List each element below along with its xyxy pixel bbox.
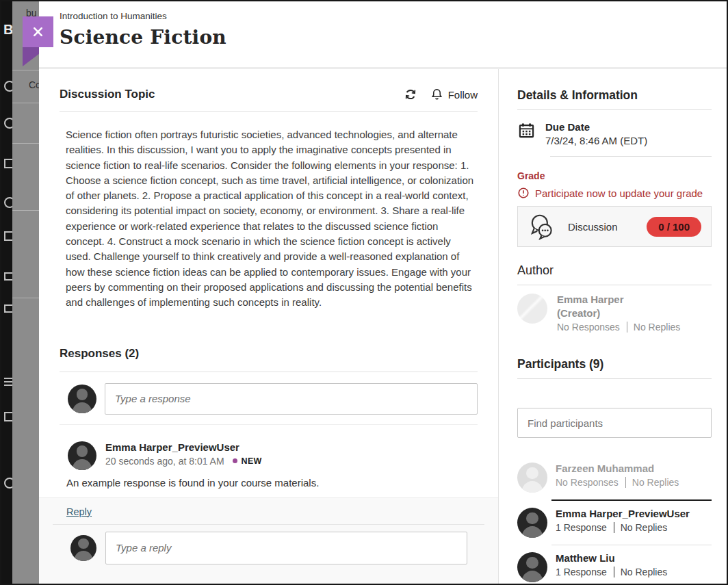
- due-date-label: Due Date: [545, 121, 647, 133]
- response-body: An example response is found in your cou…: [66, 477, 478, 489]
- participant-row[interactable]: Matthew Liu 1 Response No Replies: [517, 545, 712, 584]
- author-role: (Creator): [557, 307, 680, 319]
- tools-icon: [4, 412, 12, 421]
- participant-row[interactable]: Emma Harper_PreviewUser 1 Response No Re…: [517, 501, 712, 545]
- response-footer: Reply: [39, 497, 498, 584]
- response-input[interactable]: [105, 383, 478, 415]
- participant-replies-stat: No Replies: [621, 567, 667, 577]
- participant-responses-stat: No Responses: [556, 477, 619, 488]
- due-date-row: Due Date 7/3/24, 8:46 AM (EDT): [517, 121, 712, 146]
- divider: [550, 156, 712, 157]
- author-name: Emma Harper: [557, 294, 680, 305]
- participant-name: Emma Harper_PreviewUser: [556, 508, 690, 519]
- author-avatar: [517, 294, 547, 324]
- brand-logo-fragment: B: [3, 22, 12, 38]
- stat-separator: [625, 477, 626, 488]
- participant-row[interactable]: Farzeen Muhammad No Responses No Replies: [517, 456, 712, 499]
- screen: B bu Co Introduction to Humanities Scien…: [0, 0, 728, 585]
- details-sidebar: Details & Information: [499, 69, 727, 584]
- reply-link[interactable]: Reply: [66, 506, 92, 517]
- grade-item-label: Discussion: [568, 221, 618, 233]
- close-icon: [31, 25, 44, 38]
- new-indicator-dot: [233, 458, 237, 463]
- participant-avatar: [517, 552, 547, 582]
- grades-icon: [4, 378, 12, 386]
- current-user-avatar: [70, 535, 96, 561]
- participant-name: Matthew Liu: [556, 552, 667, 564]
- refresh-icon: [404, 88, 417, 101]
- participant-replies-stat: No Replies: [632, 477, 679, 488]
- calendar-icon: [4, 231, 12, 241]
- divider: [517, 378, 712, 379]
- messages-icon: [4, 272, 12, 281]
- stat-separator: [627, 322, 627, 333]
- bell-icon: [430, 88, 443, 101]
- discussion-bubbles-icon: [528, 212, 556, 241]
- response-composer: [68, 383, 478, 415]
- divider: [517, 285, 712, 285]
- close-button[interactable]: [23, 16, 53, 47]
- breadcrumb: Introduction to Humanities: [60, 11, 706, 21]
- grade-warning-text: Participate now to update your grade: [535, 187, 703, 199]
- responses-heading: Responses (2): [60, 347, 478, 361]
- grade-warning: Participate now to update your grade: [517, 187, 712, 199]
- reply-composer: [39, 525, 498, 564]
- participant-name: Farzeen Muhammad: [556, 463, 679, 474]
- activity-icon: [4, 304, 12, 313]
- response-author-avatar: [68, 441, 96, 470]
- panel-header: Introduction to Humanities Science Ficti…: [39, 1, 727, 69]
- discussion-main-column: Discussion Topic: [39, 69, 499, 584]
- divider: [517, 109, 712, 110]
- stat-separator: [614, 567, 614, 577]
- grade-label: Grade: [517, 170, 712, 181]
- search-icon: [4, 81, 12, 92]
- participant-responses-stat: 1 Response: [556, 567, 607, 577]
- help-icon: [4, 478, 12, 489]
- people-icon: [4, 197, 12, 208]
- find-participants-input[interactable]: [517, 408, 712, 438]
- follow-button[interactable]: Follow: [430, 88, 478, 101]
- participant-responses-stat: 1 Response: [556, 522, 607, 533]
- background-nav-label-fragment: Co: [29, 79, 39, 90]
- participants-list: Farzeen Muhammad No Responses No Replies: [517, 456, 712, 584]
- discussion-topic-body: Science fiction often portrays futuristi…: [66, 127, 476, 311]
- institution-icon: [4, 159, 12, 168]
- refresh-button[interactable]: [404, 88, 417, 101]
- page-title: Science Fiction: [60, 26, 706, 49]
- participant-avatar: [517, 508, 547, 538]
- details-heading: Details & Information: [517, 88, 712, 103]
- globe-icon: [4, 118, 12, 129]
- reply-input[interactable]: [105, 532, 467, 564]
- alert-circle-icon: [517, 187, 530, 199]
- background-nav-strip: B: [1, 1, 12, 584]
- follow-label: Follow: [448, 89, 478, 101]
- current-user-avatar: [68, 385, 96, 413]
- stat-separator: [614, 522, 614, 533]
- participants-heading: Participants (9): [517, 357, 712, 372]
- grade-item[interactable]: Discussion 0 / 100: [517, 206, 712, 247]
- calendar-icon: [517, 121, 536, 146]
- discussion-topic-heading: Discussion Topic: [60, 88, 155, 101]
- participant-avatar: [517, 463, 547, 493]
- response-author-name: Emma Harper_PreviewUser: [105, 441, 262, 453]
- dimmed-overlay: bu Co: [12, 1, 39, 584]
- author-replies-stat: No Replies: [634, 322, 680, 333]
- author-row: Emma Harper (Creator) No Responses No Re…: [517, 294, 712, 333]
- response-item: Emma Harper_PreviewUser 20 seconds ago, …: [60, 424, 478, 489]
- divider: [60, 372, 478, 372]
- author-responses-stat: No Responses: [557, 322, 620, 333]
- discussion-panel: Introduction to Humanities Science Ficti…: [39, 1, 727, 584]
- response-timestamp: 20 seconds ago, at 8:01 AM: [105, 456, 224, 467]
- grade-score-pill: 0 / 100: [647, 217, 701, 237]
- divider: [60, 111, 478, 112]
- participant-replies-stat: No Replies: [621, 522, 667, 533]
- due-date-value: 7/3/24, 8:46 AM (EDT): [545, 135, 647, 146]
- author-heading: Author: [517, 263, 712, 278]
- new-badge: NEW: [242, 456, 262, 466]
